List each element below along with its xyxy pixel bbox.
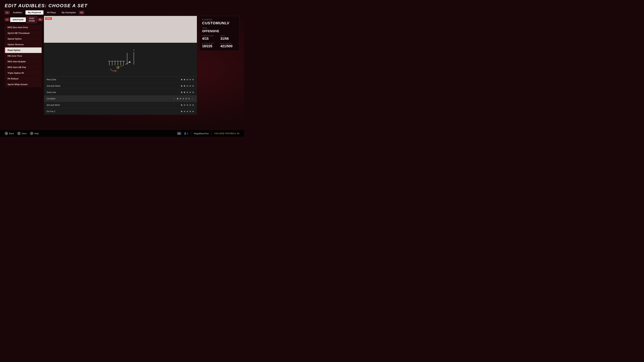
formations-value: 4/15 — [202, 37, 218, 40]
rating-stars-go-for-2: ★ ★ ★ ★ ★ — [180, 110, 194, 113]
star-5: ★ — [192, 110, 194, 113]
tab-my-playbook[interactable]: My Playbook — [26, 10, 44, 14]
star-1: ★ — [180, 103, 183, 107]
user-icon: 👤 1 — [184, 132, 188, 135]
play-item-sprint-hb-throwback[interactable]: Sprint HB Throwback — [5, 30, 42, 36]
star-3: ★ — [186, 78, 188, 81]
bottom-right: ▬ 👤 1 MegaBearsFan COLLEGE FOOTBALL 25 — [177, 132, 240, 135]
rating-stars-red-zone: ★ ★ ★ ★ ★ — [180, 78, 194, 81]
play-item-rpo-duo-alert-post[interactable]: RPO Duo Alert Post — [5, 25, 42, 30]
formations-item: FORMATIONS 4/15 — [202, 35, 218, 40]
bottom-left: ○ Back ◦ Save ◦ Help — [5, 132, 39, 135]
rating-stars-1st-down: ‹ ★ ★ ★ ★ ★ › — [172, 97, 194, 100]
help-icon: ◦ — [30, 132, 33, 135]
user-name: MegaBearsFan — [194, 132, 209, 135]
star-4: ★ — [185, 97, 187, 100]
ratings-panel: Red Zone ★ ★ ★ ★ ★ 2nd and Short ★ ★ ★ — [44, 76, 197, 115]
star-2: ★ — [183, 110, 186, 113]
divider-2 — [212, 132, 212, 135]
page-title: EDIT AUDIBLES: CHOOSE A SET — [5, 3, 240, 8]
formation-name[interactable]: SHOTGUN — [10, 17, 26, 22]
rating-label-2nd-short: 2nd and Short — [46, 85, 180, 87]
center-panel: RUN READ OPTION — [44, 16, 197, 137]
star-3: ★ — [186, 84, 188, 87]
star-3: ★ — [186, 103, 188, 107]
rating-label-3rd-short: 3rd and Short — [46, 104, 180, 106]
rating-row-3rd-short: 3rd and Short ★ ★ ★ ★ ★ — [44, 102, 197, 108]
star-1: ★ — [180, 91, 183, 94]
l2-trigger: L2 — [5, 18, 10, 21]
star-5: ★ — [192, 103, 194, 107]
formation-set[interactable]: DUO OVER — [26, 16, 37, 23]
type-label: TYPE — [202, 27, 237, 29]
rating-stars-3rd-short: ★ ★ ★ ★ ★ — [180, 103, 194, 107]
r1-trigger: R1 — [79, 11, 84, 14]
type-value: OFFENSIVE — [202, 29, 237, 33]
star-4: ★ — [189, 91, 191, 94]
content-area: L2 SHOTGUN DUO OVER R2 RPO Duo Alert Pos… — [0, 16, 244, 137]
svg-rect-0 — [74, 43, 167, 76]
star-1: ★ — [180, 78, 183, 81]
rating-row-1st-down: 1st down ‹ ★ ★ ★ ★ ★ › — [44, 95, 197, 102]
sets-label: SETS — [220, 35, 237, 37]
play-count-item: PLAY COUNT 421/500 — [220, 42, 237, 48]
play-item-pa-rollout[interactable]: PA Rollout — [5, 76, 42, 81]
play-item-rpo-alert-bubble[interactable]: RPO Alert Bubble — [5, 59, 42, 64]
nav-right[interactable]: › — [192, 97, 193, 100]
run-badge: RUN — [45, 17, 52, 20]
tab-audibles[interactable]: Audibles — [10, 10, 24, 14]
rating-row-2nd-short: 2nd and Short ★ ★ ★ ★ ★ — [44, 83, 197, 89]
rating-row-red-zone: Red Zone ★ ★ ★ ★ ★ — [44, 76, 197, 83]
sets-item: SETS 31/56 — [220, 35, 237, 40]
info-card: PLAYBOOK CUSTOMUNLV TYPE OFFENSIVE FORMA… — [199, 16, 240, 51]
play-item-option-reverse[interactable]: Option Reverse — [5, 42, 42, 47]
star-4: ★ — [189, 110, 191, 113]
main-container: EDIT AUDIBLES: CHOOSE A SET L1 Audibles … — [0, 0, 244, 137]
star-1: ★ — [180, 110, 183, 113]
help-label: Help — [34, 132, 39, 135]
save-action[interactable]: ◦ Save — [17, 132, 27, 135]
header: EDIT AUDIBLES: CHOOSE A SET — [0, 0, 244, 10]
play-item-rpo-alert-hb-flat[interactable]: RPO Alert HB Flat — [5, 64, 42, 70]
rating-label-red-zone: Red Zone — [46, 78, 180, 81]
play-count-value: 421/500 — [220, 44, 237, 48]
rating-label-goal-line: Goal Line — [46, 91, 180, 93]
tab-my-gameplan[interactable]: My Gameplan — [59, 10, 78, 14]
tab-bar: L1 Audibles My Playbook All Plays My Gam… — [0, 10, 244, 16]
right-panel: PLAYBOOK CUSTOMUNLV TYPE OFFENSIVE FORMA… — [199, 16, 240, 137]
help-action[interactable]: ◦ Help — [30, 132, 39, 135]
play-item-read-option[interactable]: Read Option — [5, 47, 42, 53]
play-item-hb-zone-toss[interactable]: HB Zone Toss — [5, 53, 42, 59]
star-4: ★ — [189, 103, 191, 107]
l1-trigger: L1 — [5, 11, 10, 14]
star-3: ★ — [186, 110, 188, 113]
play-item-triple-option-rt[interactable]: Triple Option Rt — [5, 70, 42, 76]
star-5: ★ — [192, 91, 194, 94]
game-logo: COLLEGE FOOTBALL 25 — [214, 132, 240, 134]
back-action[interactable]: ○ Back — [5, 132, 14, 135]
star-1: ★ — [180, 84, 183, 87]
star-5: ★ — [188, 97, 190, 100]
rating-stars-goal-line: ★ ★ ★ ★ ★ — [180, 91, 194, 94]
play-item-speed-option[interactable]: Speed Option — [5, 36, 42, 41]
star-3: ★ — [186, 91, 188, 94]
save-icon: ◦ — [17, 132, 21, 135]
play-item-sprint-whip-smash[interactable]: Sprint Whip Smash — [5, 82, 42, 87]
info-grid: FORMATIONS 4/15 SETS 31/56 PLAYS IN SET … — [202, 35, 237, 48]
diagram-svg — [44, 43, 197, 76]
playbook-value: CUSTOMUNLV — [202, 21, 237, 25]
divider — [191, 132, 191, 135]
rating-row-goal-line: Goal Line ★ ★ ★ ★ ★ — [44, 89, 197, 95]
star-4: ★ — [189, 84, 191, 87]
star-2: ★ — [183, 78, 186, 81]
play-preview: RUN READ OPTION — [44, 16, 197, 76]
left-panel: L2 SHOTGUN DUO OVER R2 RPO Duo Alert Pos… — [5, 16, 42, 137]
tab-all-plays[interactable]: All Plays — [44, 10, 58, 14]
plays-in-set-value: 18/225 — [202, 44, 218, 48]
nav-left[interactable]: ‹ — [174, 97, 174, 100]
star-2: ★ — [183, 91, 186, 94]
save-label: Save — [22, 132, 27, 135]
star-1: ★ — [176, 97, 179, 100]
playbook-label: PLAYBOOK — [202, 19, 237, 21]
formation-selector: L2 SHOTGUN DUO OVER R2 — [5, 16, 42, 23]
